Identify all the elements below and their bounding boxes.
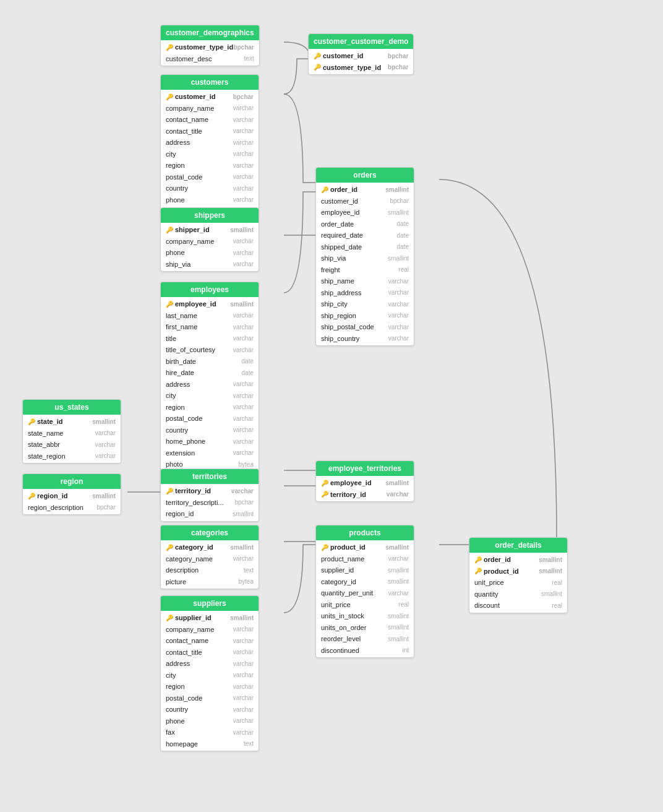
table-region: region🔑region_idsmallintregion_descripti… xyxy=(22,473,121,515)
col-type: varchar xyxy=(233,103,254,113)
table-row: quantity_per_unitvarchar xyxy=(316,587,414,599)
col-type: varchar xyxy=(233,425,254,434)
col-name: home_phone xyxy=(166,436,205,447)
col-name: company_name xyxy=(166,236,214,247)
table-row: company_namevarchar xyxy=(161,103,259,114)
table-row: postal_codevarchar xyxy=(161,171,259,183)
table-row: title_of_courtesyvarchar xyxy=(161,344,259,356)
col-name: state_name xyxy=(28,428,63,439)
col-name: 🔑customer_type_id xyxy=(166,42,233,53)
table-row: postal_codevarchar xyxy=(161,413,259,425)
table-header-order_details: order_details xyxy=(469,538,567,553)
table-row: homepagetext xyxy=(161,738,259,750)
col-type: smallint xyxy=(230,300,254,309)
col-name: reorder_level xyxy=(321,634,361,644)
col-name: hire_date xyxy=(166,368,194,378)
col-name: postal_code xyxy=(166,413,202,424)
col-type: varchar xyxy=(233,414,254,423)
col-type: text xyxy=(244,739,254,748)
table-header-customer_demographics: customer_demographics xyxy=(161,25,259,40)
table-row: company_namevarchar xyxy=(161,236,259,248)
col-type: varchar xyxy=(388,311,409,320)
pk-icon: 🔑 xyxy=(166,300,173,309)
col-type: varchar xyxy=(233,236,254,246)
col-type: varchar xyxy=(233,391,254,400)
col-name: 🔑product_id xyxy=(321,542,366,553)
col-type: bpchar xyxy=(388,51,408,61)
table-row: first_namevarchar xyxy=(161,321,259,333)
col-name: company_name xyxy=(166,624,214,635)
col-type: bpchar xyxy=(388,63,408,72)
table-row: regionvarchar xyxy=(161,681,259,693)
table-row: region_descriptionbpchar xyxy=(23,502,121,514)
table-header-suppliers: suppliers xyxy=(161,596,259,611)
table-body-customers: 🔑customer_idbpcharcompany_namevarcharcon… xyxy=(161,90,259,218)
table-row: customer_idbpchar xyxy=(316,196,414,207)
col-type: real xyxy=(552,578,562,587)
col-name: phone xyxy=(166,195,185,205)
table-categories: categories🔑category_idsmallintcategory_n… xyxy=(160,525,259,589)
col-name: region xyxy=(166,681,185,692)
col-type: varchar xyxy=(233,554,254,563)
col-type: varchar xyxy=(388,288,409,297)
col-type: smallint xyxy=(385,185,409,194)
col-type: varchar xyxy=(388,277,409,286)
col-name: company_name xyxy=(166,103,214,114)
col-name: 🔑order_id xyxy=(474,555,511,565)
col-name: ship_via xyxy=(321,253,346,264)
pk-icon: 🔑 xyxy=(321,543,328,552)
col-name: birth_date xyxy=(166,356,196,367)
table-row: employee_idsmallint xyxy=(316,207,414,218)
table-body-orders: 🔑order_idsmallintcustomer_idbpcharemploy… xyxy=(316,183,414,345)
col-type: varchar xyxy=(233,184,254,193)
pk-icon: 🔑 xyxy=(166,486,173,496)
table-body-shippers: 🔑shipper_idsmallintcompany_namevarcharph… xyxy=(161,223,259,271)
col-name: 🔑region_id xyxy=(28,491,68,501)
table-row: unit_pricereal xyxy=(469,577,567,589)
col-name: state_region xyxy=(28,451,66,462)
col-name: 🔑customer_id xyxy=(314,51,363,61)
table-row: freightreal xyxy=(316,264,414,276)
col-name: country xyxy=(166,704,188,715)
col-type: smallint xyxy=(388,566,409,575)
col-name: product_name xyxy=(321,554,364,564)
col-type: varchar xyxy=(233,161,254,170)
table-customer_demographics: customer_demographics🔑customer_type_idbp… xyxy=(160,25,260,66)
table-row: contact_namevarchar xyxy=(161,635,259,647)
col-type: smallint xyxy=(388,634,409,644)
col-name: region xyxy=(166,402,185,413)
col-name: address xyxy=(166,659,190,669)
table-row: titlevarchar xyxy=(161,333,259,345)
col-name: first_name xyxy=(166,322,197,332)
col-type: text xyxy=(244,54,254,63)
pk-icon: 🔑 xyxy=(321,478,328,488)
table-row: cityvarchar xyxy=(161,670,259,681)
col-name: ship_postal_code xyxy=(321,322,374,332)
table-order_details: order_details🔑order_idsmallint🔑product_i… xyxy=(469,537,568,613)
col-name: 🔑employee_id xyxy=(166,299,216,309)
table-header-territories: territories xyxy=(161,469,259,484)
table-row: category_idsmallint xyxy=(316,576,414,588)
col-name: units_in_stock xyxy=(321,611,364,621)
col-type: varchar xyxy=(233,248,254,257)
table-body-customer_demographics: 🔑customer_type_idbpcharcustomer_desctext xyxy=(161,40,259,66)
table-row: state_regionvarchar xyxy=(23,451,121,462)
table-row: 🔑order_idsmallint xyxy=(316,184,414,196)
pk-icon: 🔑 xyxy=(166,543,173,552)
col-name: quantity_per_unit xyxy=(321,588,373,598)
col-name: category_name xyxy=(166,554,213,564)
pk-icon: 🔑 xyxy=(474,566,482,576)
col-type: varchar xyxy=(233,728,254,737)
table-row: countryvarchar xyxy=(161,704,259,715)
table-row: unit_pricereal xyxy=(316,599,414,611)
table-row: 🔑customer_type_idbpchar xyxy=(161,41,259,53)
table-row: ship_namevarchar xyxy=(316,275,414,287)
table-row: units_on_ordersmallint xyxy=(316,622,414,634)
pk-icon: 🔑 xyxy=(321,490,328,499)
col-name: region xyxy=(166,160,185,171)
table-row: 🔑region_idsmallint xyxy=(23,490,121,502)
table-row: region_idsmallint xyxy=(161,508,259,520)
table-row: ship_addressvarchar xyxy=(316,287,414,299)
table-row: 🔑state_idsmallint xyxy=(23,416,121,428)
col-type: varchar xyxy=(233,138,254,147)
